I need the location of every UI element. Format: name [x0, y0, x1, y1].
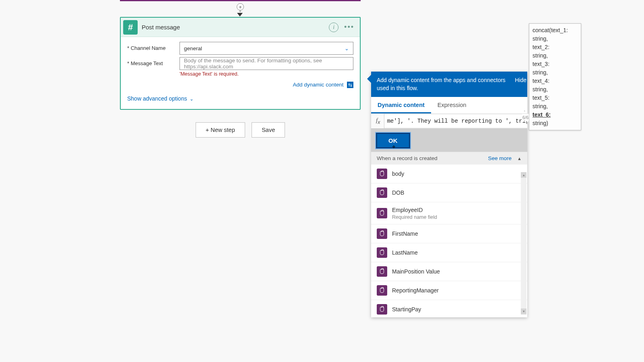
- database-icon: [377, 247, 387, 258]
- dc-item-firstname[interactable]: FirstName: [371, 224, 527, 243]
- intellisense-tooltip: ˄ 6/6 ˅ concat(text_1: string, text_2: s…: [529, 23, 581, 130]
- dc-tabs: Dynamic content Expression: [371, 97, 527, 114]
- dc-item-dob[interactable]: DOB: [371, 183, 527, 202]
- slack-hash-icon: #: [123, 20, 138, 35]
- tab-expression[interactable]: Expression: [431, 97, 473, 113]
- step-connector: +: [237, 3, 243, 16]
- database-icon: [377, 228, 387, 239]
- fx-icon: fx: [371, 114, 384, 128]
- save-button[interactable]: Save: [252, 122, 285, 138]
- dc-header: Add dynamic content from the apps and co…: [371, 72, 527, 97]
- collapse-up-icon[interactable]: ▲: [517, 156, 522, 161]
- expression-input-row: fx me'], '. They will be reporting to ',…: [371, 114, 527, 129]
- post-message-card: # Post message i ••• * Channel Name gene…: [120, 17, 361, 110]
- dc-item-mainposition[interactable]: MainPosition Value: [371, 262, 527, 281]
- chevron-down-icon: ⌄: [190, 96, 194, 102]
- dc-item-body[interactable]: body: [371, 165, 527, 183]
- channel-name-label: * Channel Name: [127, 42, 180, 51]
- channel-name-select[interactable]: general ⌄: [180, 42, 353, 55]
- database-icon: [377, 266, 387, 277]
- see-more-link[interactable]: See more: [488, 155, 512, 161]
- tab-dynamic-content[interactable]: Dynamic content: [371, 97, 431, 113]
- dc-item-list: body DOB EmployeeIDRequired name field F…: [371, 165, 527, 317]
- dc-section-header: When a record is created See more ▲: [371, 152, 527, 165]
- dc-scrollbar[interactable]: ▴ ▾: [521, 172, 526, 315]
- channel-name-value: general: [184, 45, 202, 51]
- ok-button[interactable]: OK: [376, 133, 410, 148]
- ok-row: OK ⌖: [371, 129, 527, 152]
- show-advanced-options-link[interactable]: Show advanced options⌄: [127, 95, 353, 102]
- database-icon: [377, 208, 387, 218]
- callout-arrow-icon: [367, 75, 371, 83]
- info-icon[interactable]: i: [329, 23, 339, 32]
- message-text-input[interactable]: Body of the message to send. For formatt…: [180, 57, 353, 70]
- chevron-down-icon[interactable]: ˅: [524, 119, 526, 125]
- scroll-up-icon[interactable]: ▴: [521, 172, 526, 178]
- message-text-error: 'Message Text' is required.: [180, 71, 353, 77]
- dc-section-title: When a record is created: [377, 155, 438, 161]
- add-step-inline-icon[interactable]: +: [237, 3, 244, 10]
- expression-input[interactable]: me'], '. They will be reporting to ', tr…: [384, 115, 527, 128]
- dc-item-employeeid[interactable]: EmployeeIDRequired name field: [371, 202, 527, 224]
- message-text-label: * Message Text: [127, 57, 180, 66]
- card-header[interactable]: # Post message i •••: [121, 18, 360, 37]
- card-title: Post message: [142, 24, 329, 31]
- previous-step-edge: [120, 0, 361, 1]
- dc-item-reportingmanager[interactable]: ReportingManager: [371, 281, 527, 300]
- chevron-down-icon: ⌄: [345, 45, 349, 51]
- database-icon: [377, 304, 387, 315]
- hide-link[interactable]: Hide: [515, 76, 528, 84]
- dc-item-startingpay[interactable]: StartingPay: [371, 300, 527, 317]
- dc-item-lastname[interactable]: LastName: [371, 243, 527, 262]
- database-icon: [377, 285, 387, 296]
- flow-action-buttons: + New step Save: [120, 122, 361, 138]
- arrow-down-icon: [237, 13, 243, 16]
- database-icon: [377, 187, 387, 198]
- database-icon: [377, 169, 387, 179]
- more-icon[interactable]: •••: [344, 23, 354, 31]
- dynamic-content-panel: Add dynamic content from the apps and co…: [371, 72, 527, 317]
- add-dynamic-content-badge-icon[interactable]: ⇆: [347, 82, 353, 88]
- scroll-down-icon[interactable]: ▾: [521, 309, 526, 314]
- new-step-button[interactable]: + New step: [196, 122, 245, 138]
- add-dynamic-content-link[interactable]: Add dynamic content: [293, 82, 343, 88]
